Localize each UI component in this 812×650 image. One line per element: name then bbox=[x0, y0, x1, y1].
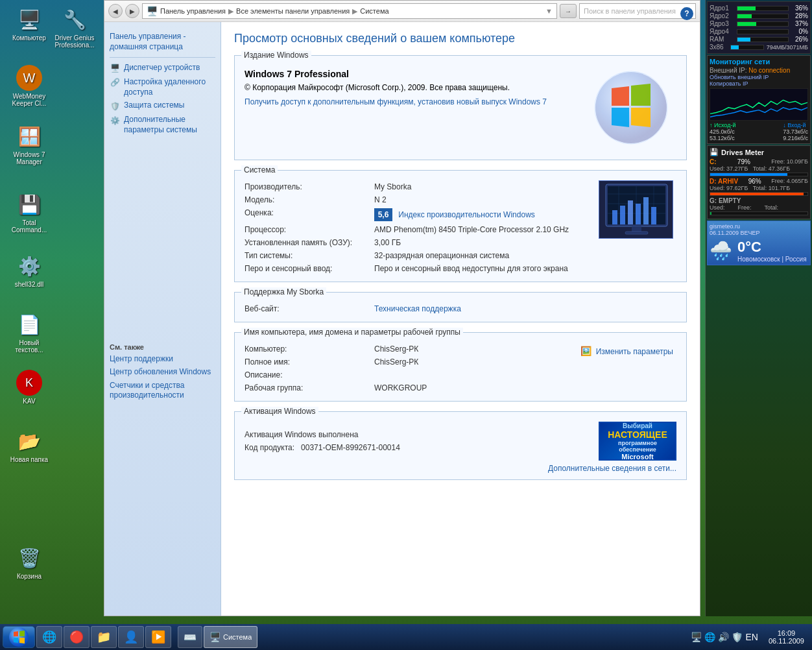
network-graph bbox=[710, 88, 808, 121]
taskbar-keyboard[interactable]: ⌨️ bbox=[178, 626, 202, 648]
address-bar[interactable]: 🖥️ Панель управления ▶ Все элементы пане… bbox=[142, 3, 557, 19]
manufacturer-row: Производитель: My Sborka bbox=[245, 180, 592, 193]
cpu-bar-yadro4: Ядро4 0% bbox=[710, 28, 808, 35]
drives-widget: 💾 Drives Meter C: 79% Free: 10.09ГБ Used… bbox=[707, 145, 811, 219]
cpu-bar-yadro3: Ядро3 37% bbox=[710, 20, 808, 27]
change-icon: 🖼️ bbox=[580, 346, 591, 356]
device-manager-link[interactable]: 🖥️ Диспетчер устройств bbox=[110, 63, 215, 74]
go-button[interactable]: → bbox=[560, 4, 577, 18]
svg-rect-11 bbox=[612, 210, 617, 224]
taskbar-folder[interactable]: 📁 bbox=[91, 626, 117, 648]
computer-name-label: Имя компьютера, имя домена и параметры р… bbox=[241, 328, 463, 337]
advanced-params-icon: ⚙️ bbox=[110, 115, 120, 126]
workgroup-row: Рабочая группа: WORKGROUP bbox=[245, 381, 577, 394]
clock[interactable]: 16:09 06.11.2009 bbox=[763, 629, 809, 645]
pen-row: Перо и сенсорный ввод: Перо и сенсорный … bbox=[245, 262, 592, 275]
desktop-icon-new-folder[interactable]: 📂 Новая папка bbox=[6, 428, 52, 463]
windows-edition-section: Издание Windows Windows 7 Professional ©… bbox=[234, 55, 687, 160]
cpu-bar-yadro1: Ядро1 36% bbox=[710, 5, 808, 12]
taskbar-media[interactable]: ▶️ bbox=[145, 626, 171, 648]
cpu-widget: Ядро1 36% Ядро2 28% Ядро3 37% Ядро4 0% R… bbox=[707, 1, 811, 54]
windows-logo bbox=[592, 69, 676, 153]
cpu-bar-3x86: 3x86 794МБ/3071МБ bbox=[710, 43, 808, 51]
taskbar-user[interactable]: 👤 bbox=[118, 626, 144, 648]
weather-widget: gismeteo.ru 06.11.2009 ВЕЧЕР 🌧️ 0°C Ново… bbox=[707, 221, 811, 265]
system-protection-icon: 🛡️ bbox=[110, 101, 120, 112]
tray-icon-ime[interactable]: EN bbox=[745, 632, 758, 642]
taskbar-controlpanel[interactable]: 🖥️ Система bbox=[204, 626, 257, 648]
right-sidebar: Ядро1 36% Ядро2 28% Ядро3 37% Ядро4 0% R… bbox=[705, 0, 812, 616]
support-center-link[interactable]: Центр поддержки bbox=[110, 354, 215, 365]
desktop: 🖥️ Компьютер 🔧 Driver GeniusProfessiona.… bbox=[0, 0, 812, 650]
computer-row: Компьютер: ChisSerg-РК bbox=[245, 343, 577, 355]
network-widget: Мониторинг сети Внешний IP: No connectio… bbox=[707, 55, 811, 144]
main-window: ◀ ▶ 🖥️ Панель управления ▶ Все элементы … bbox=[104, 0, 700, 616]
desktop-icon-webmoney[interactable]: W WebMoneyKeeper Cl... bbox=[6, 65, 52, 107]
tray-icon-sound[interactable]: 🔊 bbox=[718, 632, 729, 642]
svg-rect-14 bbox=[636, 204, 641, 224]
change-params-button[interactable]: 🖼️ Изменить параметры bbox=[580, 347, 673, 356]
svg-rect-15 bbox=[643, 197, 649, 224]
drive-d: D: ARHIV 96% Free: 4.065ГБ Used: 97.62ГБ… bbox=[710, 178, 808, 196]
perf-tools-link[interactable]: Счетчики и средства производительности bbox=[110, 381, 215, 401]
advanced-params-link[interactable]: ⚙️ Дополнительные параметры системы bbox=[110, 115, 215, 135]
back-button[interactable]: ◀ bbox=[108, 4, 123, 18]
system-section: Система Производитель: My Sborka Модель:… bbox=[234, 170, 687, 282]
network-title: Мониторинг сети bbox=[710, 58, 808, 66]
windows-update-link[interactable]: Центр обновления Windows bbox=[110, 367, 215, 378]
support-section-label: Поддержка My Sborka bbox=[241, 287, 326, 296]
svg-rect-12 bbox=[620, 206, 625, 224]
copy-ip[interactable]: Копировать IP bbox=[710, 80, 808, 87]
clock-time: 16:09 bbox=[778, 629, 796, 637]
window-content: Панель управления - домашняя страница 🖥️… bbox=[104, 22, 700, 616]
device-manager-icon: 🖥️ bbox=[110, 64, 120, 74]
desktop-icon-total-command[interactable]: 💾 TotalCommand... bbox=[6, 191, 52, 234]
windows-upgrade-link[interactable]: Получить доступ к дополнительным функция… bbox=[245, 97, 582, 106]
score-link[interactable]: Индекс производительности Windows bbox=[398, 210, 534, 219]
page-title: Просмотр основных сведений о вашем компь… bbox=[234, 32, 687, 45]
pc-thumbnail bbox=[599, 180, 676, 275]
clock-date: 06.11.2009 bbox=[769, 637, 804, 645]
website-row: Веб-сайт: Техническая поддержка bbox=[245, 302, 676, 315]
desktop-icon-shell32[interactable]: ⚙️ shell32.dll bbox=[6, 253, 52, 288]
search-bar[interactable]: Поиск в панели управления 🔍 bbox=[579, 3, 696, 19]
more-info-link[interactable]: Дополнительные сведения в сети... bbox=[548, 464, 676, 473]
desktop-icon-driver-genius[interactable]: 🔧 Driver GeniusProfessiona... bbox=[52, 6, 97, 49]
score-badge[interactable]: 5,6 bbox=[374, 208, 392, 221]
activation-section: Активация Windows Активация Windows выпо… bbox=[234, 411, 687, 480]
svg-rect-13 bbox=[628, 200, 633, 224]
desktop-icon-win7manager[interactable]: 🪟 Windows 7Manager bbox=[6, 123, 52, 165]
update-external-ip[interactable]: Обновить внешний IP bbox=[710, 74, 808, 80]
activation-label: Активация Windows bbox=[241, 407, 318, 416]
model-row: Модель: N 2 bbox=[245, 193, 592, 206]
activation-badge: Выбирай НАСТОЯЩЕЕ программное обеспечени… bbox=[599, 422, 676, 461]
system-type-row: Тип системы: 32-разрядная операционная с… bbox=[245, 249, 592, 262]
home-link[interactable]: Панель управления - домашняя страница bbox=[110, 32, 215, 52]
system-protection-link[interactable]: 🛡️ Защита системы bbox=[110, 101, 215, 112]
remote-access-link[interactable]: 🔗 Настройка удаленного доступа bbox=[110, 77, 215, 97]
desktop-icon-trash[interactable]: 🗑️ Корзина bbox=[6, 545, 52, 580]
remote-access-icon: 🔗 bbox=[110, 78, 120, 88]
taskbar-opera[interactable]: 🔴 bbox=[64, 626, 90, 648]
taskbar-ie[interactable]: 🌐 bbox=[36, 626, 62, 648]
website-link[interactable]: Техническая поддержка bbox=[374, 304, 461, 313]
forward-button[interactable]: ▶ bbox=[125, 4, 139, 18]
svg-rect-17 bbox=[632, 226, 641, 232]
windows-edition-value: Windows 7 Professional bbox=[245, 69, 582, 79]
support-section: Поддержка My Sborka Веб-сайт: Техническа… bbox=[234, 292, 687, 322]
tray-icon-monitor[interactable]: 🖥️ bbox=[691, 632, 702, 642]
windows-copyright: © Корпорация Майкрософт (Microsoft Corp.… bbox=[245, 83, 582, 92]
desktop-icon-computer[interactable]: 🖥️ Компьютер bbox=[6, 6, 52, 42]
tray-icon-security[interactable]: 🛡️ bbox=[732, 632, 743, 642]
svg-rect-16 bbox=[651, 207, 656, 224]
desktop-icon-kav[interactable]: K KAV bbox=[6, 370, 52, 405]
svg-rect-18 bbox=[625, 232, 648, 234]
tray-icon-network[interactable]: 🌐 bbox=[704, 632, 715, 642]
start-button[interactable] bbox=[3, 626, 35, 648]
drive-c: C: 79% Free: 10.09ГБ Used: 37.27ГБ Total… bbox=[710, 158, 808, 176]
left-panel: Панель управления - домашняя страница 🖥️… bbox=[104, 22, 221, 616]
window-toolbar: ◀ ▶ 🖥️ Панель управления ▶ Все элементы … bbox=[104, 1, 700, 22]
desktop-icon-new-text[interactable]: 📄 Новыйтекстов... bbox=[6, 311, 52, 354]
drive-g: G: EMPTY Used: Free: Total: bbox=[710, 197, 808, 215]
activation-status-row: Активация Windows выполнена bbox=[245, 428, 400, 441]
